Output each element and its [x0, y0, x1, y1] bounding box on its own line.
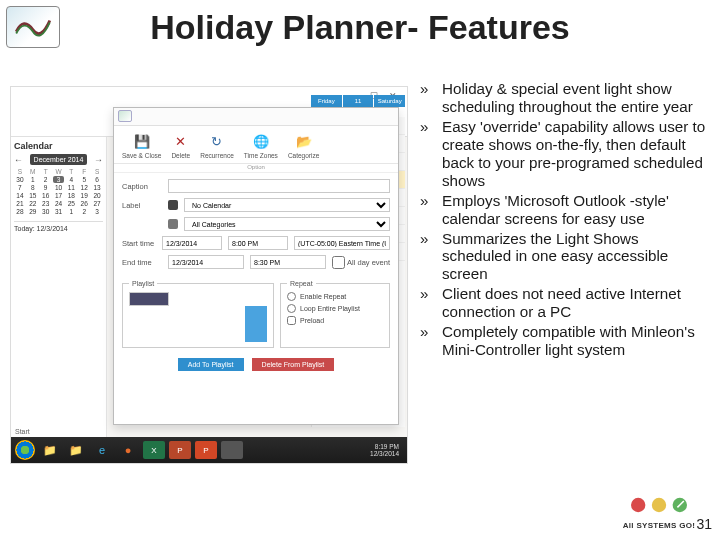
calendar-day[interactable]: 6: [91, 176, 103, 183]
calendar-day[interactable]: 28: [14, 208, 26, 215]
preload-checkbox[interactable]: [287, 316, 296, 325]
firefox-icon[interactable]: ●: [117, 441, 139, 459]
calendar-day[interactable]: 4: [65, 176, 77, 183]
calendar-dow: S: [91, 168, 103, 175]
allday-checkbox[interactable]: [332, 256, 345, 269]
calendar-sidebar: Calendar ← December 2014 → SMTWTFS301234…: [11, 137, 107, 437]
calendar-day[interactable]: 5: [78, 176, 90, 183]
label-color-icon[interactable]: [168, 200, 178, 210]
calendar-day[interactable]: 21: [14, 200, 26, 207]
dialog-logo-icon: [118, 110, 132, 122]
calendar-day[interactable]: 3: [91, 208, 103, 215]
calendar-day[interactable]: 15: [27, 192, 39, 199]
traffic-light-icon: [627, 493, 691, 517]
excel-icon[interactable]: X: [143, 441, 165, 459]
calendar-day[interactable]: 14: [14, 192, 26, 199]
powerpoint-icon[interactable]: P: [195, 441, 217, 459]
calendar-day[interactable]: 25: [65, 200, 77, 207]
calendar-today[interactable]: Today: 12/3/2014: [14, 221, 103, 232]
calendar-main: Friday 11 Saturday 💾Save & Close✕Delete↻…: [107, 137, 407, 437]
calendar-day[interactable]: 2: [40, 176, 52, 183]
calendar-grid[interactable]: SMTWTFS301234567891011121314151617181920…: [14, 168, 103, 215]
calendar-day[interactable]: 30: [40, 208, 52, 215]
calendar-day[interactable]: 19: [78, 192, 90, 199]
calendar-month[interactable]: December 2014: [30, 154, 88, 165]
calendar-day[interactable]: 16: [40, 192, 52, 199]
calendar-day[interactable]: 2: [78, 208, 90, 215]
delete-from-playlist-button[interactable]: Delete From Playlist: [252, 358, 335, 371]
calendar-day[interactable]: 12: [78, 184, 90, 191]
playlist-legend: Playlist: [129, 280, 157, 287]
calendar-dow: T: [40, 168, 52, 175]
ribbon-button[interactable]: 💾Save & Close: [122, 132, 161, 159]
label-select-category[interactable]: All Categories: [184, 217, 390, 231]
timezone-input[interactable]: [294, 236, 390, 250]
calendar-day[interactable]: 24: [53, 200, 65, 207]
end-date-input[interactable]: [168, 255, 244, 269]
ribbon-button[interactable]: ↻Recurrence: [200, 132, 234, 159]
allday-label: All day event: [347, 258, 390, 267]
start-time-input[interactable]: [228, 236, 288, 250]
calendar-day[interactable]: 30: [14, 176, 26, 183]
calendar-day[interactable]: 18: [65, 192, 77, 199]
start-time-label: Start time: [122, 239, 156, 248]
label-color-icon[interactable]: [168, 219, 178, 229]
ribbon-button[interactable]: 📂Categorize: [288, 132, 319, 159]
bullet-item: »Completely compatible with Minleon's Mi…: [420, 323, 712, 359]
calendar-day[interactable]: 11: [65, 184, 77, 191]
cal-next-icon[interactable]: →: [94, 155, 103, 165]
ie-icon[interactable]: e: [91, 441, 113, 459]
bullet-item: »Easy 'override' capability allows user …: [420, 118, 712, 190]
taskbar-clock[interactable]: 8:19 PM 12/3/2014: [370, 443, 403, 457]
start-button-icon[interactable]: [15, 440, 35, 460]
taskbar[interactable]: 📁 📁 e ● X P P 8:19 PM 12/3/2014: [11, 437, 407, 463]
weekday-cell[interactable]: Friday: [311, 95, 342, 107]
bullet-item: »Holiday & special event light show sche…: [420, 80, 712, 116]
calendar-start-label[interactable]: Start: [15, 428, 30, 435]
caption-input[interactable]: [168, 179, 390, 193]
calendar-day[interactable]: 3: [53, 176, 65, 183]
calendar-day[interactable]: 23: [40, 200, 52, 207]
calendar-day[interactable]: 29: [27, 208, 39, 215]
explorer-icon[interactable]: 📁: [39, 441, 61, 459]
app-screenshot: – ☐ ✕ Calendar ← December 2014 → SMTWTFS…: [10, 86, 408, 464]
playlist-swatch[interactable]: [245, 306, 267, 342]
feature-bullets: »Holiday & special event light show sche…: [420, 80, 712, 361]
footer-brand: All SYSTEMS GO!: [616, 521, 702, 530]
calendar-day[interactable]: 9: [40, 184, 52, 191]
weekday-cell[interactable]: Saturday: [374, 95, 405, 107]
calendar-day[interactable]: 22: [27, 200, 39, 207]
powerpoint-icon[interactable]: P: [169, 441, 191, 459]
calendar-day[interactable]: 13: [91, 184, 103, 191]
calendar-day[interactable]: 27: [91, 200, 103, 207]
bullet-item: »Summarizes the Light Shows scheduled in…: [420, 230, 712, 284]
svg-point-1: [652, 498, 666, 512]
repeat-radio[interactable]: [287, 304, 296, 313]
calendar-day[interactable]: 8: [27, 184, 39, 191]
calendar-day[interactable]: 20: [91, 192, 103, 199]
cal-prev-icon[interactable]: ←: [14, 155, 23, 165]
calendar-day[interactable]: 31: [53, 208, 65, 215]
end-time-label: End time: [122, 258, 162, 267]
calendar-day[interactable]: 1: [27, 176, 39, 183]
taskbar-app-icon[interactable]: [221, 441, 243, 459]
calendar-day[interactable]: 10: [53, 184, 65, 191]
calendar-day[interactable]: 17: [53, 192, 65, 199]
repeat-radio[interactable]: [287, 292, 296, 301]
calendar-day[interactable]: 26: [78, 200, 90, 207]
ribbon-section-label: Option: [114, 164, 398, 173]
calendar-day[interactable]: 1: [65, 208, 77, 215]
calendar-label: Calendar: [14, 141, 103, 151]
repeat-option-label: Enable Repeat: [300, 293, 346, 300]
dialog-titlebar[interactable]: [114, 108, 398, 126]
weekday-cell[interactable]: 11: [343, 95, 374, 107]
add-to-playlist-button[interactable]: Add To Playlist: [178, 358, 244, 371]
ribbon-button[interactable]: ✕Delete: [171, 132, 190, 159]
explorer-icon[interactable]: 📁: [65, 441, 87, 459]
calendar-day[interactable]: 7: [14, 184, 26, 191]
ribbon-button[interactable]: 🌐Time Zones: [244, 132, 278, 159]
end-time-input[interactable]: [250, 255, 326, 269]
playlist-input[interactable]: [129, 292, 169, 306]
start-date-input[interactable]: [162, 236, 222, 250]
label-select-calendar[interactable]: No Calendar: [184, 198, 390, 212]
